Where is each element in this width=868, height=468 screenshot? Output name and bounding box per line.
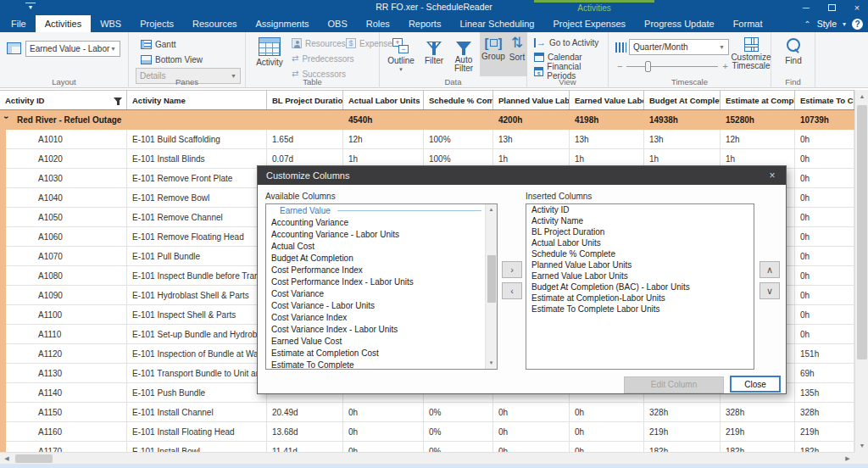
scroll-left-icon[interactable]: ◀: [0, 453, 14, 465]
available-column-item[interactable]: Cost Variance: [266, 288, 485, 300]
tab-roles[interactable]: Roles: [357, 15, 399, 32]
column-header[interactable]: Budget At Completio...: [644, 91, 721, 109]
table-row[interactable]: A1010E-101 Build Scaffolding1.65d12h100%…: [0, 130, 854, 149]
inserted-columns-list[interactable]: Activity IDActivity NameBL Project Durat…: [526, 203, 754, 370]
tab-file[interactable]: File: [2, 15, 36, 32]
tab-project-expenses[interactable]: Project Expenses: [543, 15, 635, 32]
tab-linear-scheduling[interactable]: Linear Scheduling: [450, 15, 543, 32]
auto-filter-button[interactable]: Auto Filter: [449, 34, 478, 73]
inserted-column-item[interactable]: Estimate at Completion-Labor Units: [526, 292, 754, 304]
tab-resources[interactable]: Resources: [183, 15, 247, 32]
tab-progress-update[interactable]: Progress Update: [635, 15, 724, 32]
vertical-scrollbar[interactable]: ▲ ▼: [854, 90, 868, 452]
available-column-item[interactable]: Cost Variance Index: [266, 312, 485, 324]
tab-format[interactable]: Format: [724, 15, 772, 32]
group-row[interactable]: ›Red River - Refuel Outage4540h4200h4198…: [0, 110, 854, 130]
zoom-out-icon[interactable]: −: [617, 61, 622, 71]
column-header[interactable]: BL Project Duration: [267, 91, 343, 109]
tab-wbs[interactable]: WBS: [91, 15, 131, 32]
available-column-item[interactable]: Cost Performance Index: [266, 265, 485, 276]
gantt-toggle[interactable]: Gantt: [141, 36, 175, 52]
available-column-item[interactable]: Estimate at Completion Cost: [266, 348, 485, 359]
bottom-view-toggle[interactable]: Bottom View: [141, 52, 203, 67]
tab-reports[interactable]: Reports: [399, 15, 451, 32]
horizontal-scrollbar[interactable]: ◀ ▶: [0, 452, 854, 464]
tab-projects[interactable]: Projects: [131, 15, 183, 32]
available-column-item[interactable]: Cost Performance Index - Labor Units: [266, 276, 485, 288]
available-group-header[interactable]: Earned Value▲: [266, 204, 497, 217]
column-header[interactable]: Planned Value Labor ...: [493, 91, 570, 109]
vertical-scroll-thumb[interactable]: [857, 105, 867, 359]
inserted-column-item[interactable]: Schedule % Complete: [526, 248, 754, 259]
horizontal-scroll-thumb[interactable]: [15, 454, 53, 463]
column-header[interactable]: Activity ID: [0, 91, 127, 109]
collapse-ribbon-icon[interactable]: ⌃: [804, 20, 810, 29]
timescale-combo[interactable]: Quarter/Month▼: [629, 39, 729, 55]
available-column-item[interactable]: Estimate To Complete: [266, 359, 485, 370]
customize-timescale-button[interactable]: Customize Timescale: [732, 34, 770, 70]
close-button[interactable]: ×: [851, 0, 863, 15]
style-caret-icon[interactable]: ▾: [843, 20, 846, 28]
scroll-up-icon[interactable]: ▲: [855, 90, 868, 103]
tab-assignments[interactable]: Assignments: [247, 15, 319, 32]
table-row[interactable]: A1160E-101 Install Floating Head13.68d0h…: [0, 422, 854, 442]
table-row[interactable]: A1150E-101 Install Channel20.49d0h0%0h0h…: [0, 403, 854, 422]
scroll-down-icon[interactable]: ▼: [855, 439, 868, 452]
layout-combo[interactable]: Earned Value - Labor▼: [25, 41, 120, 57]
inserted-column-item[interactable]: Planned Value Labor Units: [526, 259, 754, 270]
group-toggle-button[interactable]: [] Group: [480, 32, 507, 76]
inserted-column-item[interactable]: Activity Name: [526, 215, 754, 226]
available-column-item[interactable]: Accounting Variance: [266, 217, 485, 229]
inserted-column-item[interactable]: Estimate To Complete Labor Units: [526, 304, 754, 315]
scroll-down-icon[interactable]: ▼: [486, 358, 497, 369]
inserted-column-item[interactable]: Activity ID: [526, 204, 754, 215]
close-dialog-button[interactable]: Close: [730, 376, 781, 393]
available-column-item[interactable]: Actual Cost: [266, 241, 485, 253]
inserted-column-item[interactable]: BL Project Duration: [526, 226, 754, 237]
column-header[interactable]: Actual Labor Units: [343, 91, 424, 109]
available-column-item[interactable]: Cost Variance Index - Labor Units: [266, 324, 485, 336]
available-scroll-thumb[interactable]: [487, 255, 496, 303]
column-header[interactable]: Estimate To Co...: [795, 91, 854, 109]
available-column-item[interactable]: Accounting Variance - Labor Units: [266, 229, 485, 241]
move-left-button[interactable]: ‹: [502, 282, 522, 299]
available-column-item[interactable]: Cost Variance - Labor Units: [266, 300, 485, 312]
help-icon[interactable]: ?: [852, 19, 863, 30]
slider-thumb[interactable]: [645, 61, 651, 72]
filter-button[interactable]: Filter: [420, 34, 448, 65]
expand-collapse-icon[interactable]: ›: [2, 116, 11, 119]
minimize-button[interactable]: ─: [800, 0, 812, 15]
slider-track[interactable]: [626, 66, 718, 67]
zoom-in-icon[interactable]: +: [722, 61, 727, 71]
activity-table-button[interactable]: Activity: [251, 34, 288, 67]
find-button[interactable]: Find: [778, 34, 809, 65]
column-header[interactable]: Schedule % Complete: [424, 91, 493, 109]
inserted-column-item[interactable]: Actual Labor Units: [526, 237, 754, 248]
goto-activity-button[interactable]: →Go to Activity: [534, 35, 598, 50]
filter-funnel-icon[interactable]: [114, 98, 122, 103]
dialog-close-icon[interactable]: ×: [759, 166, 786, 185]
sort-toggle-button[interactable]: ⇅ Sort: [507, 32, 527, 76]
timescale-zoom-slider[interactable]: − +: [617, 61, 728, 71]
available-column-item[interactable]: Earned Value Cost: [266, 336, 485, 348]
outline-button[interactable]: +− Outline ▼: [383, 34, 419, 72]
column-header[interactable]: Activity Name: [127, 91, 267, 109]
inserted-column-item[interactable]: Earned Value Labor Units: [526, 270, 754, 281]
dialog-title[interactable]: Customize Columns: [258, 166, 786, 185]
inserted-column-item[interactable]: Budget At Completion (BAC) - Labor Units: [526, 281, 754, 292]
column-header[interactable]: Earned Value Labor ...: [570, 91, 644, 109]
tab-obs[interactable]: OBS: [319, 15, 357, 32]
scroll-right-icon[interactable]: ▶: [841, 453, 854, 465]
scroll-up-icon[interactable]: ▲: [486, 204, 497, 215]
move-down-button[interactable]: ∨: [760, 282, 780, 299]
tab-activities[interactable]: Activities: [36, 15, 91, 32]
available-column-item[interactable]: Budget At Completion: [266, 253, 485, 265]
table-row[interactable]: A1170E-101 Install Bowl11.41d0h0%0h0h182…: [0, 442, 854, 452]
available-list-scrollbar[interactable]: ▲ ▼: [485, 204, 497, 369]
available-columns-list[interactable]: Earned Value▲Accounting VarianceAccounti…: [265, 203, 498, 370]
move-up-button[interactable]: ∧: [760, 261, 780, 278]
column-header[interactable]: Estimate at Completi...: [721, 91, 795, 109]
maximize-button[interactable]: [826, 0, 837, 15]
style-menu[interactable]: Style: [817, 19, 837, 29]
move-right-button[interactable]: ›: [502, 261, 522, 278]
